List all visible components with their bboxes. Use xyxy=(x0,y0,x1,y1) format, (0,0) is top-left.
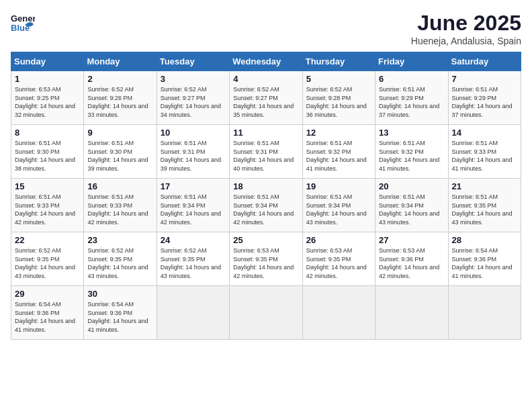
weekday-header-sunday: Sunday xyxy=(11,52,84,71)
day-info: Sunrise: 6:51 AMSunset: 9:34 PMDaylight:… xyxy=(161,193,226,226)
day-info: Sunrise: 6:51 AMSunset: 9:34 PMDaylight:… xyxy=(233,193,298,226)
day-info: Sunrise: 6:51 AMSunset: 9:34 PMDaylight:… xyxy=(306,193,371,226)
weekday-header-thursday: Thursday xyxy=(302,52,375,71)
day-number: 21 xyxy=(452,181,517,191)
calendar-cell xyxy=(157,286,229,340)
day-number: 16 xyxy=(87,181,152,191)
day-info: Sunrise: 6:51 AMSunset: 9:29 PMDaylight:… xyxy=(379,85,444,119)
day-info: Sunrise: 6:51 AMSunset: 9:32 PMDaylight:… xyxy=(379,139,444,173)
weekday-header-monday: Monday xyxy=(84,52,157,71)
calendar-cell: 28Sunrise: 6:54 AMSunset: 9:36 PMDayligh… xyxy=(448,232,521,286)
day-number: 20 xyxy=(379,181,444,191)
calendar-cell: 6Sunrise: 6:51 AMSunset: 9:29 PMDaylight… xyxy=(375,71,448,125)
day-number: 6 xyxy=(379,74,444,84)
day-number: 9 xyxy=(87,128,152,138)
week-row-3: 15Sunrise: 6:51 AMSunset: 9:33 PMDayligh… xyxy=(11,179,521,232)
calendar-cell: 2Sunrise: 6:52 AMSunset: 9:26 PMDaylight… xyxy=(84,71,157,125)
calendar-cell: 8Sunrise: 6:51 AMSunset: 9:30 PMDaylight… xyxy=(11,125,84,179)
calendar-cell: 27Sunrise: 6:53 AMSunset: 9:36 PMDayligh… xyxy=(375,232,448,286)
day-number: 23 xyxy=(87,235,152,245)
day-number: 13 xyxy=(379,128,444,138)
calendar-cell: 14Sunrise: 6:51 AMSunset: 9:33 PMDayligh… xyxy=(448,125,521,179)
week-row-1: 1Sunrise: 6:53 AMSunset: 9:25 PMDaylight… xyxy=(11,71,521,125)
calendar-cell: 9Sunrise: 6:51 AMSunset: 9:30 PMDaylight… xyxy=(84,125,157,179)
day-number: 2 xyxy=(87,74,152,84)
day-number: 28 xyxy=(452,235,517,245)
day-number: 30 xyxy=(87,289,152,299)
day-info: Sunrise: 6:52 AMSunset: 9:35 PMDaylight:… xyxy=(15,246,80,280)
calendar-cell: 17Sunrise: 6:51 AMSunset: 9:34 PMDayligh… xyxy=(157,179,229,232)
day-number: 27 xyxy=(379,235,444,245)
calendar-cell: 16Sunrise: 6:51 AMSunset: 9:33 PMDayligh… xyxy=(84,179,157,232)
day-number: 18 xyxy=(233,181,298,191)
weekday-header-row: SundayMondayTuesdayWednesdayThursdayFrid… xyxy=(11,52,521,71)
day-info: Sunrise: 6:51 AMSunset: 9:34 PMDaylight:… xyxy=(379,193,444,226)
weekday-header-saturday: Saturday xyxy=(448,52,521,71)
day-info: Sunrise: 6:54 AMSunset: 9:36 PMDaylight:… xyxy=(15,300,80,334)
calendar-cell: 3Sunrise: 6:52 AMSunset: 9:27 PMDaylight… xyxy=(157,71,229,125)
day-info: Sunrise: 6:51 AMSunset: 9:33 PMDaylight:… xyxy=(15,193,80,226)
svg-text:Blue: Blue xyxy=(11,23,30,33)
page-header: General Blue June 2025 Hueneja, Andalusi… xyxy=(11,11,521,46)
calendar-cell xyxy=(302,286,375,340)
calendar-cell: 4Sunrise: 6:52 AMSunset: 9:27 PMDaylight… xyxy=(230,71,302,125)
day-info: Sunrise: 6:54 AMSunset: 9:36 PMDaylight:… xyxy=(452,246,517,280)
day-info: Sunrise: 6:52 AMSunset: 9:35 PMDaylight:… xyxy=(161,246,226,280)
calendar-cell: 25Sunrise: 6:53 AMSunset: 9:35 PMDayligh… xyxy=(230,232,302,286)
day-info: Sunrise: 6:52 AMSunset: 9:35 PMDaylight:… xyxy=(87,246,152,280)
calendar-cell: 5Sunrise: 6:52 AMSunset: 9:28 PMDaylight… xyxy=(302,71,375,125)
day-info: Sunrise: 6:54 AMSunset: 9:36 PMDaylight:… xyxy=(87,300,152,334)
day-number: 12 xyxy=(306,128,371,138)
calendar-cell: 13Sunrise: 6:51 AMSunset: 9:32 PMDayligh… xyxy=(375,125,448,179)
weekday-header-friday: Friday xyxy=(375,52,448,71)
day-info: Sunrise: 6:51 AMSunset: 9:30 PMDaylight:… xyxy=(87,139,152,173)
day-number: 15 xyxy=(15,181,80,191)
day-number: 19 xyxy=(306,181,371,191)
calendar-cell: 18Sunrise: 6:51 AMSunset: 9:34 PMDayligh… xyxy=(230,179,302,232)
day-info: Sunrise: 6:53 AMSunset: 9:35 PMDaylight:… xyxy=(233,246,298,280)
logo: General Blue xyxy=(11,11,35,38)
day-number: 26 xyxy=(306,235,371,245)
calendar-cell: 21Sunrise: 6:51 AMSunset: 9:35 PMDayligh… xyxy=(448,179,521,232)
calendar-cell: 30Sunrise: 6:54 AMSunset: 9:36 PMDayligh… xyxy=(84,286,157,340)
day-info: Sunrise: 6:52 AMSunset: 9:26 PMDaylight:… xyxy=(87,85,152,119)
day-info: Sunrise: 6:51 AMSunset: 9:30 PMDaylight:… xyxy=(15,139,80,173)
calendar-table: SundayMondayTuesdayWednesdayThursdayFrid… xyxy=(11,52,521,340)
calendar-cell: 15Sunrise: 6:51 AMSunset: 9:33 PMDayligh… xyxy=(11,179,84,232)
calendar-cell xyxy=(375,286,448,340)
calendar-cell xyxy=(448,286,521,340)
day-info: Sunrise: 6:53 AMSunset: 9:36 PMDaylight:… xyxy=(379,246,444,280)
day-number: 4 xyxy=(233,74,298,84)
month-title: June 2025 xyxy=(411,11,521,36)
day-number: 3 xyxy=(161,74,226,84)
day-info: Sunrise: 6:51 AMSunset: 9:32 PMDaylight:… xyxy=(306,139,371,173)
calendar-cell: 24Sunrise: 6:52 AMSunset: 9:35 PMDayligh… xyxy=(157,232,229,286)
calendar-cell: 1Sunrise: 6:53 AMSunset: 9:25 PMDaylight… xyxy=(11,71,84,125)
day-number: 25 xyxy=(233,235,298,245)
week-row-5: 29Sunrise: 6:54 AMSunset: 9:36 PMDayligh… xyxy=(11,286,521,340)
logo-icon: General Blue xyxy=(11,11,35,38)
day-info: Sunrise: 6:53 AMSunset: 9:35 PMDaylight:… xyxy=(306,246,371,280)
day-number: 14 xyxy=(452,128,517,138)
day-info: Sunrise: 6:52 AMSunset: 9:28 PMDaylight:… xyxy=(306,85,371,119)
week-row-4: 22Sunrise: 6:52 AMSunset: 9:35 PMDayligh… xyxy=(11,232,521,286)
day-number: 29 xyxy=(15,289,80,299)
calendar-cell: 23Sunrise: 6:52 AMSunset: 9:35 PMDayligh… xyxy=(84,232,157,286)
day-number: 8 xyxy=(15,128,80,138)
day-number: 5 xyxy=(306,74,371,84)
calendar-cell: 22Sunrise: 6:52 AMSunset: 9:35 PMDayligh… xyxy=(11,232,84,286)
day-info: Sunrise: 6:51 AMSunset: 9:35 PMDaylight:… xyxy=(452,193,517,226)
day-info: Sunrise: 6:53 AMSunset: 9:25 PMDaylight:… xyxy=(15,85,80,119)
day-number: 7 xyxy=(452,74,517,84)
title-area: June 2025 Hueneja, Andalusia, Spain xyxy=(411,11,521,46)
day-info: Sunrise: 6:51 AMSunset: 9:31 PMDaylight:… xyxy=(233,139,298,173)
day-info: Sunrise: 6:51 AMSunset: 9:33 PMDaylight:… xyxy=(452,139,517,173)
calendar-cell: 7Sunrise: 6:51 AMSunset: 9:29 PMDaylight… xyxy=(448,71,521,125)
weekday-header-tuesday: Tuesday xyxy=(157,52,229,71)
day-info: Sunrise: 6:52 AMSunset: 9:27 PMDaylight:… xyxy=(233,85,298,119)
day-number: 22 xyxy=(15,235,80,245)
day-number: 24 xyxy=(161,235,226,245)
day-number: 10 xyxy=(161,128,226,138)
week-row-2: 8Sunrise: 6:51 AMSunset: 9:30 PMDaylight… xyxy=(11,125,521,179)
calendar-cell: 20Sunrise: 6:51 AMSunset: 9:34 PMDayligh… xyxy=(375,179,448,232)
